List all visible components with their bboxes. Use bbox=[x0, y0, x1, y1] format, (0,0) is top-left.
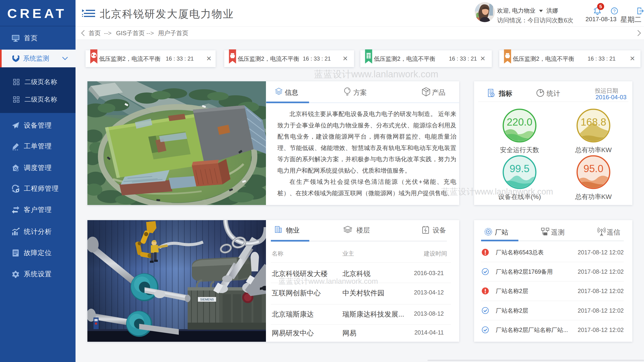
svg-text:168.8: 168.8 bbox=[580, 116, 606, 128]
svg-text:99.5: 99.5 bbox=[510, 163, 530, 174]
svg-text:?: ? bbox=[613, 9, 616, 13]
svg-text:95.0: 95.0 bbox=[584, 163, 604, 174]
svg-text:SIEMENS: SIEMENS bbox=[200, 298, 214, 301]
svg-text:220.0: 220.0 bbox=[507, 116, 532, 128]
